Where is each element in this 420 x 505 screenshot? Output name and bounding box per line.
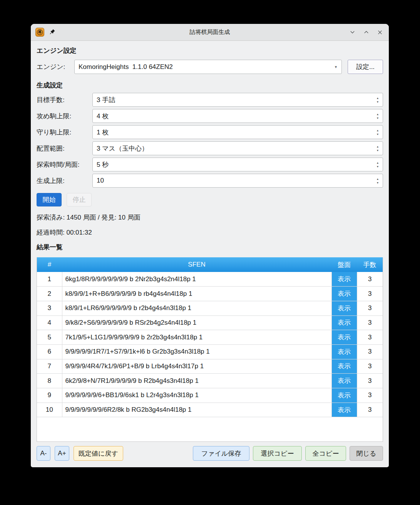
defender-max-label: 守り駒上限: bbox=[37, 128, 92, 137]
table-row: 4 9/k8/2+S6/9/9/9/9/9/9 b RSr2b4g2s4n4l1… bbox=[37, 315, 383, 330]
field-row-generation-limit: 生成上限: 10 ▲▼ bbox=[37, 174, 383, 188]
result-index: 6 bbox=[37, 344, 62, 359]
engine-row: エンジン: KomoringHeights 1.1.0 64ZEN2 ▼ 設定.… bbox=[37, 60, 383, 74]
table-row: 7 9/9/9/9/4R4/7k1/9/6P1+B/9 b Lrb4g4s4n3… bbox=[37, 359, 383, 374]
spinner-arrows[interactable]: ▲▼ bbox=[375, 111, 381, 121]
engine-select[interactable]: KomoringHeights 1.1.0 64ZEN2 ▼ bbox=[74, 60, 342, 74]
minimize-button[interactable] bbox=[348, 28, 356, 37]
result-index: 4 bbox=[37, 315, 62, 330]
spin-up-icon[interactable]: ▲ bbox=[376, 178, 379, 180]
result-index: 5 bbox=[37, 330, 62, 345]
spin-up-icon[interactable]: ▲ bbox=[376, 113, 379, 116]
placement-range-spinner[interactable]: 3 マス（玉中心） ▲▼ bbox=[92, 141, 383, 155]
show-board-button[interactable]: 表示 bbox=[331, 403, 357, 417]
spin-up-icon[interactable]: ▲ bbox=[376, 161, 379, 164]
result-sfen[interactable]: 9/9/9/9/9/9/9/6R2/8k b RG2b3g4s4n4l18p 1 bbox=[62, 403, 331, 417]
result-index: 1 bbox=[37, 272, 62, 287]
show-board-button[interactable]: 表示 bbox=[331, 344, 357, 359]
result-sfen[interactable]: 6k2/9/8+N/7R1/9/9/9/9/9 b R2b4g4s3n4l18p… bbox=[62, 374, 331, 388]
spin-down-icon[interactable]: ▼ bbox=[376, 117, 379, 119]
spinner-arrows[interactable]: ▲▼ bbox=[375, 159, 381, 170]
spinner-arrows[interactable]: ▲▼ bbox=[375, 127, 381, 138]
attacker-max-value: 4 枚 bbox=[97, 112, 109, 121]
show-board-button[interactable]: 表示 bbox=[331, 301, 357, 315]
result-moves: 3 bbox=[357, 388, 383, 403]
result-index: 9 bbox=[37, 388, 62, 403]
column-header-board: 盤面 bbox=[331, 257, 357, 272]
attacker-max-spinner[interactable]: 4 枚 ▲▼ bbox=[92, 109, 383, 123]
result-sfen[interactable]: 9/9/9/9/9/9/6+BB1/9/6sk1 b L2r4g3s4n3l18… bbox=[62, 388, 331, 403]
result-moves: 3 bbox=[357, 301, 383, 315]
field-row-search-time: 探索時間/局面: 5 秒 ▲▼ bbox=[37, 158, 383, 171]
attacker-max-label: 攻め駒上限: bbox=[37, 112, 92, 121]
close-button[interactable] bbox=[376, 28, 384, 37]
spinner-arrows[interactable]: ▲▼ bbox=[375, 94, 381, 105]
defender-max-value: 1 枚 bbox=[97, 128, 109, 137]
close-dialog-button[interactable]: 閉じる bbox=[350, 446, 383, 461]
target-moves-spinner[interactable]: 3 手詰 ▲▼ bbox=[92, 93, 383, 107]
table-row: 10 9/9/9/9/9/9/9/6R2/8k b RG2b3g4s4n4l18… bbox=[37, 403, 383, 417]
result-index: 10 bbox=[37, 403, 62, 417]
result-sfen[interactable]: 9/9/9/9/9/1R7/1+S7/9/1k+l6 b Gr2b3g3s4n3… bbox=[62, 344, 331, 359]
spin-down-icon[interactable]: ▼ bbox=[376, 101, 379, 103]
result-moves: 3 bbox=[357, 330, 383, 345]
spinner-arrows[interactable]: ▲▼ bbox=[375, 175, 381, 186]
generation-limit-label: 生成上限: bbox=[37, 176, 92, 185]
result-moves: 3 bbox=[357, 272, 383, 287]
spin-up-icon[interactable]: ▲ bbox=[376, 97, 379, 99]
reset-defaults-button[interactable]: 既定値に戻す bbox=[74, 446, 123, 461]
spin-up-icon[interactable]: ▲ bbox=[376, 145, 379, 148]
result-sfen[interactable]: 6kg1/8R/9/9/9/9/9/9/9 b 2Nr2b3g4s2n4l18p… bbox=[62, 272, 331, 287]
result-moves: 3 bbox=[357, 287, 383, 301]
spin-down-icon[interactable]: ▼ bbox=[376, 165, 379, 168]
copy-all-button[interactable]: 全コピー bbox=[305, 446, 346, 461]
table-row: 9 9/9/9/9/9/9/6+BB1/9/6sk1 b L2r4g3s4n3l… bbox=[37, 388, 383, 403]
dropdown-arrow-icon: ▼ bbox=[334, 65, 338, 69]
placement-range-label: 配置範囲: bbox=[37, 144, 92, 153]
show-board-button[interactable]: 表示 bbox=[331, 388, 357, 403]
defender-max-spinner[interactable]: 1 枚 ▲▼ bbox=[92, 125, 383, 139]
result-index: 3 bbox=[37, 301, 62, 315]
spin-up-icon[interactable]: ▲ bbox=[376, 129, 379, 132]
target-moves-label: 目標手数: bbox=[37, 96, 92, 104]
stop-button: 停止 bbox=[67, 193, 92, 206]
result-moves: 3 bbox=[357, 315, 383, 330]
target-moves-value: 3 手詰 bbox=[97, 96, 115, 104]
result-moves: 3 bbox=[357, 359, 383, 374]
maximize-button[interactable] bbox=[362, 28, 370, 37]
show-board-button[interactable]: 表示 bbox=[331, 374, 357, 388]
result-sfen[interactable]: k8/9/9/1+R+B6/9/9/9/9/9 b rb4g4s4n4l18p … bbox=[62, 287, 331, 301]
result-sfen[interactable]: 9/9/9/9/4R4/7k1/9/6P1+B/9 b Lrb4g4s4n3l1… bbox=[62, 359, 331, 374]
start-button[interactable]: 開始 bbox=[37, 193, 62, 206]
table-row: 8 6k2/9/8+N/7R1/9/9/9/9/9 b R2b4g4s3n4l1… bbox=[37, 374, 383, 388]
result-sfen[interactable]: 7k1/9/5+L1G1/9/9/9/9/9/9 b 2r2b3g4s4n3l1… bbox=[62, 330, 331, 345]
show-board-button[interactable]: 表示 bbox=[331, 287, 357, 301]
spin-down-icon[interactable]: ▼ bbox=[376, 133, 379, 136]
generation-section-heading: 生成設定 bbox=[37, 80, 383, 91]
result-index: 7 bbox=[37, 359, 62, 374]
chevron-up-icon bbox=[363, 29, 369, 35]
spinner-arrows[interactable]: ▲▼ bbox=[375, 143, 381, 154]
engine-select-value: KomoringHeights 1.1.0 64ZEN2 bbox=[79, 63, 173, 71]
generation-limit-spinner[interactable]: 10 ▲▼ bbox=[92, 174, 383, 188]
table-header-row: # SFEN 盤面 手数 bbox=[37, 257, 383, 272]
result-sfen[interactable]: k8/9/1+LR6/9/9/9/9/9/9 b r2b4g4s4n3l18p … bbox=[62, 301, 331, 315]
font-smaller-button[interactable]: A- bbox=[37, 446, 50, 461]
column-header-index: # bbox=[37, 257, 62, 272]
show-board-button[interactable]: 表示 bbox=[331, 315, 357, 330]
search-time-spinner[interactable]: 5 秒 ▲▼ bbox=[92, 158, 383, 171]
font-larger-button[interactable]: A+ bbox=[55, 446, 69, 461]
show-board-button[interactable]: 表示 bbox=[331, 359, 357, 374]
show-board-button[interactable]: 表示 bbox=[331, 272, 357, 287]
engine-settings-button[interactable]: 設定... bbox=[348, 60, 383, 74]
result-sfen[interactable]: 9/k8/2+S6/9/9/9/9/9/9 b RSr2b4g2s4n4l18p… bbox=[62, 315, 331, 330]
spin-down-icon[interactable]: ▼ bbox=[376, 181, 379, 184]
field-row-defender-max: 守り駒上限: 1 枚 ▲▼ bbox=[37, 125, 383, 139]
save-file-button[interactable]: ファイル保存 bbox=[193, 446, 249, 461]
copy-selection-button[interactable]: 選択コピー bbox=[253, 446, 302, 461]
search-time-value: 5 秒 bbox=[97, 160, 109, 169]
spin-down-icon[interactable]: ▼ bbox=[376, 149, 379, 152]
show-board-button[interactable]: 表示 bbox=[331, 330, 357, 345]
column-header-moves: 手数 bbox=[357, 257, 383, 272]
titlebar: 将 詰将棋局面生成 bbox=[31, 24, 389, 41]
